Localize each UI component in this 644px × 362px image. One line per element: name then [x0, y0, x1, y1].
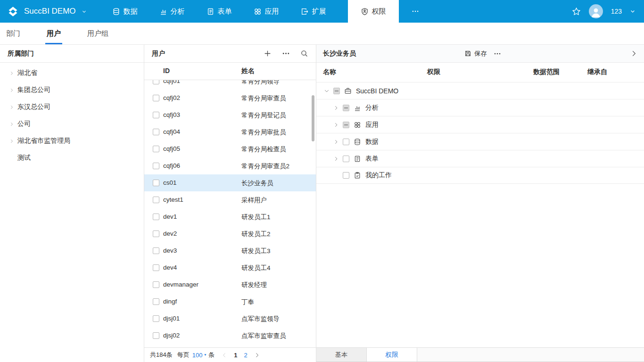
page-number-2[interactable]: 2 — [244, 352, 248, 359]
row-checkbox[interactable] — [153, 298, 159, 305]
tree-checkbox[interactable] — [333, 88, 340, 94]
form-icon — [354, 155, 361, 163]
navbar-item-应用[interactable]: 应用 — [254, 0, 279, 23]
row-checkbox[interactable] — [153, 230, 159, 237]
collapse-panel-icon[interactable] — [630, 50, 637, 57]
user-avatar[interactable] — [589, 4, 603, 18]
permission-tree-row-表单[interactable]: 表单 — [316, 150, 644, 167]
search-icon[interactable] — [300, 49, 308, 58]
row-checkbox[interactable] — [153, 180, 159, 186]
row-checkbox[interactable] — [153, 80, 159, 84]
row-checkbox[interactable] — [153, 315, 159, 322]
table-row[interactable]: devmanager研发经理 — [144, 276, 316, 293]
chevron-right-icon[interactable] — [9, 71, 14, 76]
dept-tree-item-集团总公司[interactable]: 集团总公司 — [0, 82, 144, 99]
detail-tab-基本[interactable]: 基本 — [316, 348, 367, 362]
row-checkbox[interactable] — [153, 197, 159, 203]
permission-tree-row-SuccBI DEMO[interactable]: SuccBI DEMO — [316, 82, 644, 99]
navbar-item-分析[interactable]: 分析 — [159, 0, 185, 23]
user-id-cell: dev2 — [163, 230, 177, 237]
next-page-icon[interactable] — [254, 352, 260, 358]
row-checkbox[interactable] — [153, 264, 159, 271]
brand[interactable]: SuccBI DEMO — [0, 0, 87, 23]
table-row[interactable]: cqfj06常青分局审查员2 — [144, 157, 316, 174]
permission-tree-row-应用[interactable]: 应用 — [316, 116, 644, 133]
navbar-more-icon[interactable] — [411, 0, 420, 23]
chevron-right-icon[interactable] — [333, 139, 339, 145]
chevron-down-icon[interactable] — [324, 88, 330, 94]
row-checkbox[interactable] — [153, 214, 159, 220]
row-checkbox[interactable] — [153, 163, 159, 169]
chevron-right-icon[interactable] — [9, 88, 14, 93]
user-name-cell: 常青分局审查员2 — [241, 162, 289, 171]
app-icon — [354, 121, 361, 129]
tree-checkbox[interactable] — [343, 156, 349, 162]
add-user-icon[interactable] — [264, 49, 272, 58]
detail-header: 长沙业务员 保存 — [316, 45, 644, 63]
navbar-item-扩展[interactable]: 扩展 — [301, 0, 326, 23]
table-row[interactable]: djsj01点军市监领导 — [144, 310, 316, 327]
prev-page-icon[interactable] — [221, 352, 227, 358]
table-row[interactable]: cs01长沙业务员 — [144, 174, 316, 191]
row-checkbox[interactable] — [153, 146, 159, 152]
table-row[interactable]: cqfj04常青分局审批员 — [144, 123, 316, 140]
tab-用户[interactable]: 用户 — [47, 23, 61, 44]
dept-tree-item-湖北省市监管理局[interactable]: 湖北省市监管理局 — [0, 132, 144, 149]
table-row[interactable]: cytest1采样用户 — [144, 191, 316, 208]
table-row[interactable]: dingf丁奉 — [144, 293, 316, 310]
row-checkbox[interactable] — [153, 281, 159, 288]
table-row[interactable]: dev3研发员工3 — [144, 242, 316, 259]
tab-用户组[interactable]: 用户组 — [87, 23, 108, 44]
user-id-cell: djsj01 — [163, 315, 180, 322]
table-row[interactable]: cqfj03常青分局登记员 — [144, 107, 316, 123]
page-number-1[interactable]: 1 — [234, 352, 237, 359]
permission-tree-row-我的工作[interactable]: 我的工作 — [316, 167, 644, 184]
table-row[interactable]: djsj02点军市监审查员 — [144, 327, 316, 344]
per-page-caret-icon[interactable]: ▼ — [204, 353, 207, 357]
navbar-item-表单[interactable]: 表单 — [206, 0, 232, 23]
row-checkbox[interactable] — [153, 112, 159, 118]
detail-more-icon[interactable] — [494, 50, 501, 58]
navbar-menu: 数据分析表单应用扩展权限 — [112, 0, 420, 23]
chevron-right-icon[interactable] — [9, 122, 14, 127]
tree-checkbox[interactable] — [343, 105, 349, 111]
dept-tree-item-测试[interactable]: 测试 — [0, 149, 144, 166]
module-tabs: 部门用户用户组 — [0, 23, 644, 45]
per-page-select[interactable]: 100 — [192, 352, 203, 359]
row-checkbox[interactable] — [153, 95, 159, 101]
chevron-right-icon[interactable] — [9, 139, 14, 144]
dept-tree-item-湖北省[interactable]: 湖北省 — [0, 65, 144, 82]
table-row[interactable]: cqfj05常青分局检查员 — [144, 140, 316, 157]
navbar-item-权限[interactable]: 权限 — [348, 0, 399, 23]
table-row[interactable]: cqfj02常青分局审查员 — [144, 90, 316, 107]
row-checkbox[interactable] — [153, 247, 159, 254]
chevron-right-icon[interactable] — [333, 105, 339, 111]
table-row[interactable]: cqfj01常青分局领导 — [144, 80, 316, 90]
tree-checkbox[interactable] — [343, 139, 349, 145]
dept-tree-item-公司[interactable]: 公司 — [0, 115, 144, 132]
tree-checkbox[interactable] — [343, 122, 349, 128]
detail-tab-权限[interactable]: 权限 — [367, 348, 417, 362]
table-row[interactable]: dev1研发员工1 — [144, 208, 316, 225]
row-checkbox[interactable] — [153, 129, 159, 135]
user-menu-chevron-icon[interactable] — [630, 8, 636, 14]
permission-tree-row-数据[interactable]: 数据 — [316, 133, 644, 150]
tree-checkbox[interactable] — [343, 172, 349, 179]
tab-部门[interactable]: 部门 — [6, 23, 20, 44]
user-id-cell: cqfj05 — [163, 145, 180, 152]
navbar-item-数据[interactable]: 数据 — [112, 0, 138, 23]
chevron-right-icon[interactable] — [9, 105, 14, 110]
save-button[interactable]: 保存 — [464, 49, 487, 58]
column-header-data-scope: 数据范围 — [533, 68, 560, 76]
table-row[interactable]: dev4研发员工4 — [144, 259, 316, 276]
table-row[interactable]: dev2研发员工2 — [144, 225, 316, 242]
row-checkbox[interactable] — [153, 332, 159, 339]
dept-tree-item-东汉总公司[interactable]: 东汉总公司 — [0, 99, 144, 115]
chevron-right-icon[interactable] — [333, 156, 339, 162]
scrollbar-thumb[interactable] — [312, 95, 314, 141]
more-actions-icon[interactable] — [282, 49, 290, 58]
permission-tree-row-分析[interactable]: 分析 — [316, 99, 644, 116]
user-name-cell: 丁奉 — [241, 298, 254, 306]
favorite-star-icon[interactable] — [572, 7, 581, 16]
chevron-right-icon[interactable] — [333, 122, 339, 128]
